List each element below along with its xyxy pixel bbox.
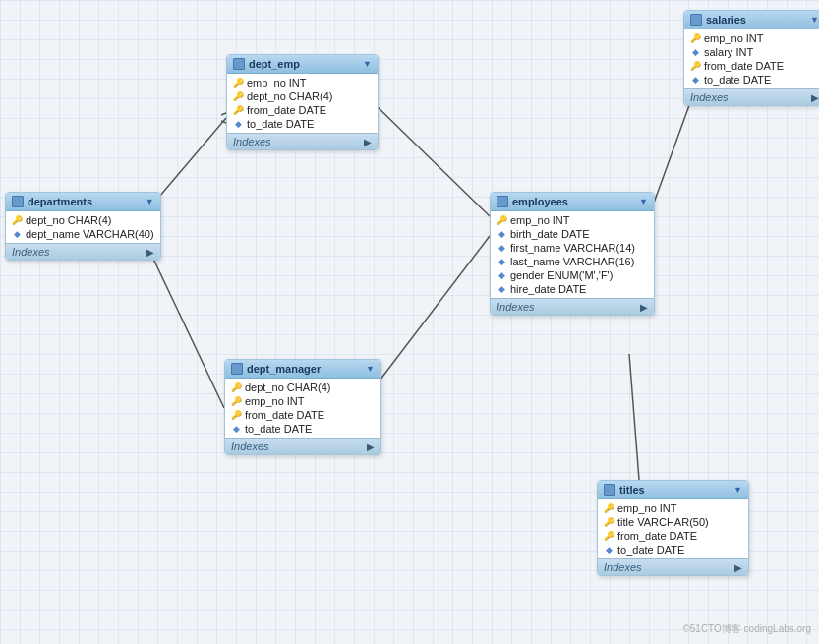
table-title-dept-emp: dept_emp xyxy=(249,58,359,70)
blue-diamond-icon: ◆ xyxy=(12,229,22,239)
table-row: ◆ last_name VARCHAR(16) xyxy=(491,255,654,268)
field-text: dept_no CHAR(4) xyxy=(247,90,332,102)
table-icon xyxy=(497,196,508,207)
table-title-employees: employees xyxy=(512,196,635,207)
yellow-key-icon: 🔑 xyxy=(690,61,700,71)
table-dept-manager: dept_manager ▼ 🔑 dept_no CHAR(4) 🔑 emp_n… xyxy=(224,359,381,455)
field-text: to_date DATE xyxy=(704,74,771,86)
indexes-expand-arrow[interactable]: ▶ xyxy=(811,92,819,103)
yellow-key-icon: 🔑 xyxy=(497,215,506,225)
indexes-section-employees[interactable]: Indexes ▶ xyxy=(491,298,654,315)
indexes-expand-arrow[interactable]: ▶ xyxy=(734,562,742,573)
yellow-key-icon: 🔑 xyxy=(233,91,243,101)
table-dept-emp: dept_emp ▼ 🔑 emp_no INT 🔑 dept_no CHAR(4… xyxy=(226,54,379,150)
field-text: from_date DATE xyxy=(617,530,697,542)
indexes-section-salaries[interactable]: Indexes ▶ xyxy=(684,88,819,105)
table-row: 🔑 from_date DATE xyxy=(225,408,380,422)
field-text: from_date DATE xyxy=(245,409,324,421)
blue-diamond-icon: ◆ xyxy=(231,424,241,434)
indexes-expand-arrow[interactable]: ▶ xyxy=(367,441,375,452)
yellow-key-icon: 🔑 xyxy=(604,531,614,541)
dropdown-arrow[interactable]: ▼ xyxy=(639,197,648,206)
yellow-key-icon: 🔑 xyxy=(12,215,22,225)
field-text: emp_no INT xyxy=(617,502,677,514)
table-row: ◆ gender ENUM('M','F') xyxy=(491,268,654,282)
field-text: dept_no CHAR(4) xyxy=(26,214,111,226)
table-row: ◆ to_date DATE xyxy=(227,117,378,131)
table-body-departments: 🔑 dept_no CHAR(4) ◆ dept_name VARCHAR(40… xyxy=(6,211,160,243)
table-icon xyxy=(12,196,24,207)
table-body-salaries: 🔑 emp_no INT ◆ salary INT 🔑 from_date DA… xyxy=(684,29,819,88)
table-row: 🔑 emp_no INT xyxy=(227,76,378,89)
dropdown-arrow[interactable]: ▼ xyxy=(146,197,154,206)
yellow-key-icon: 🔑 xyxy=(690,33,700,43)
table-row: ◆ dept_name VARCHAR(40) xyxy=(6,227,160,241)
field-text: hire_date DATE xyxy=(510,283,586,295)
indexes-label: Indexes xyxy=(604,561,642,573)
table-titles: titles ▼ 🔑 emp_no INT 🔑 title VARCHAR(50… xyxy=(597,480,749,576)
table-row: ◆ to_date DATE xyxy=(598,543,748,556)
table-header-dept-manager: dept_manager ▼ xyxy=(225,360,380,379)
indexes-expand-arrow[interactable]: ▶ xyxy=(364,137,372,147)
indexes-section-dept-emp[interactable]: Indexes ▶ xyxy=(227,133,378,149)
indexes-label: Indexes xyxy=(690,91,729,103)
yellow-key-icon: 🔑 xyxy=(233,78,243,88)
dropdown-arrow[interactable]: ▼ xyxy=(810,15,819,25)
table-icon xyxy=(604,484,615,496)
blue-diamond-icon: ◆ xyxy=(233,119,243,129)
indexes-label: Indexes xyxy=(231,440,269,452)
table-header-salaries: salaries ▼ xyxy=(684,11,819,29)
yellow-key-icon: 🔑 xyxy=(231,410,241,420)
dropdown-arrow[interactable]: ▼ xyxy=(733,485,742,495)
table-row: 🔑 dept_no CHAR(4) xyxy=(227,89,378,103)
table-row: 🔑 dept_no CHAR(4) xyxy=(6,213,160,227)
yellow-key-icon: 🔑 xyxy=(231,382,241,392)
indexes-section-departments[interactable]: Indexes ▶ xyxy=(6,243,160,260)
table-header-employees: employees ▼ xyxy=(491,193,654,211)
field-text: salary INT xyxy=(704,46,753,58)
table-employees: employees ▼ 🔑 emp_no INT ◆ birth_date DA… xyxy=(490,192,655,316)
table-title-dept-manager: dept_manager xyxy=(247,363,362,375)
table-header-departments: departments ▼ xyxy=(6,193,160,211)
table-salaries: salaries ▼ 🔑 emp_no INT ◆ salary INT 🔑 f… xyxy=(683,10,819,106)
field-text: to_date DATE xyxy=(245,423,312,435)
table-body-dept-manager: 🔑 dept_no CHAR(4) 🔑 emp_no INT 🔑 from_da… xyxy=(225,379,380,438)
blue-diamond-icon: ◆ xyxy=(497,284,506,294)
yellow-key-icon: 🔑 xyxy=(233,105,243,115)
table-row: ◆ salary INT xyxy=(684,45,819,59)
indexes-section-titles[interactable]: Indexes ▶ xyxy=(598,558,748,575)
watermark: ©51CTO博客 codingLabs.org xyxy=(682,622,811,636)
table-row: ◆ hire_date DATE xyxy=(491,282,654,296)
field-text: dept_name VARCHAR(40) xyxy=(26,228,154,240)
indexes-expand-arrow[interactable]: ▶ xyxy=(640,302,648,313)
table-title-departments: departments xyxy=(28,196,142,207)
table-row: ◆ birth_date DATE xyxy=(491,227,654,241)
field-text: first_name VARCHAR(14) xyxy=(510,242,635,254)
table-row: ◆ to_date DATE xyxy=(225,422,380,436)
table-icon xyxy=(231,363,243,375)
dropdown-arrow[interactable]: ▼ xyxy=(366,364,375,374)
yellow-key-icon: 🔑 xyxy=(604,503,614,513)
yellow-key-icon: 🔑 xyxy=(231,396,241,406)
svg-line-1 xyxy=(143,236,224,408)
blue-diamond-icon: ◆ xyxy=(690,47,700,57)
indexes-expand-arrow[interactable]: ▶ xyxy=(146,247,154,258)
indexes-section-dept-manager[interactable]: Indexes ▶ xyxy=(225,438,380,454)
blue-diamond-icon: ◆ xyxy=(497,243,506,253)
table-header-dept-emp: dept_emp ▼ xyxy=(227,55,378,74)
table-row: 🔑 emp_no INT xyxy=(491,213,654,227)
blue-diamond-icon: ◆ xyxy=(497,257,506,266)
field-text: from_date DATE xyxy=(247,104,326,116)
table-icon xyxy=(690,14,702,26)
table-row: 🔑 title VARCHAR(50) xyxy=(598,515,748,529)
field-text: birth_date DATE xyxy=(510,228,590,240)
table-row: 🔑 from_date DATE xyxy=(227,103,378,117)
blue-diamond-icon: ◆ xyxy=(497,270,506,280)
table-departments: departments ▼ 🔑 dept_no CHAR(4) ◆ dept_n… xyxy=(5,192,161,261)
field-text: dept_no CHAR(4) xyxy=(245,381,330,393)
dropdown-arrow[interactable]: ▼ xyxy=(363,59,372,69)
table-row: 🔑 dept_no CHAR(4) xyxy=(225,381,380,394)
indexes-label: Indexes xyxy=(233,136,271,147)
field-text: emp_no INT xyxy=(704,32,764,44)
table-body-dept-emp: 🔑 emp_no INT 🔑 dept_no CHAR(4) 🔑 from_da… xyxy=(227,74,378,133)
